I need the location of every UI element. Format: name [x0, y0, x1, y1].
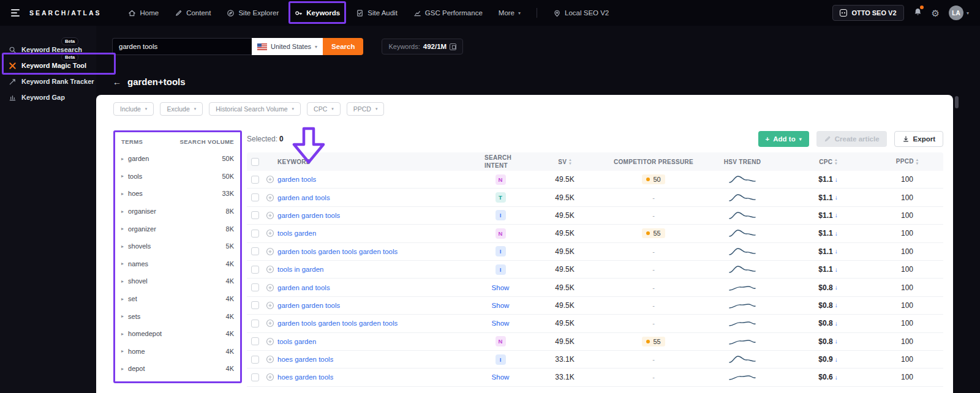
nav-site-audit[interactable]: Site Audit — [356, 9, 398, 17]
row-checkbox[interactable] — [251, 356, 259, 364]
term-row[interactable]: ▸ organiser 8K — [121, 203, 234, 220]
table-header: KEYWORD SEARCH INTENT SV▴▾ COMPETITOR PR… — [247, 152, 943, 171]
nav-site-explorer[interactable]: Site Explorer — [227, 9, 279, 17]
sv-value: 49.5K — [555, 229, 574, 238]
row-checkbox[interactable] — [251, 193, 259, 201]
nav-local-seo[interactable]: Local SEO V2 — [553, 9, 609, 17]
user-avatar[interactable]: LA ▾ — [949, 6, 969, 20]
add-keyword-icon[interactable] — [266, 229, 274, 238]
row-checkbox[interactable] — [251, 283, 259, 291]
term-row[interactable]: ▸ home 4K — [121, 343, 234, 361]
header-sv[interactable]: SV▴▾ — [522, 158, 608, 165]
row-checkbox[interactable] — [251, 247, 259, 255]
add-keyword-icon[interactable] — [266, 265, 274, 274]
add-keyword-icon[interactable] — [266, 337, 274, 346]
header-ppcd[interactable]: PPCD▴▾ — [871, 158, 943, 165]
nav-more[interactable]: More ▾ — [499, 9, 521, 17]
nav-keywords[interactable]: Keywords — [295, 9, 340, 17]
row-checkbox[interactable] — [251, 337, 259, 345]
info-icon[interactable] — [450, 43, 456, 50]
nav-gsc-performance[interactable]: GSC Performance — [413, 9, 483, 17]
keyword-link[interactable]: garden and tools — [277, 284, 330, 291]
pressure-number: 55 — [653, 338, 660, 345]
sidebar-item-keyword-magic-tool[interactable]: Keyword Magic Tool Beta — [0, 58, 96, 73]
scrollbar-thumb[interactable] — [955, 96, 959, 108]
term-row[interactable]: ▸ organizer 8K — [121, 220, 234, 238]
term-row[interactable]: ▸ depot 4K — [121, 360, 234, 378]
add-keyword-icon[interactable] — [266, 175, 274, 184]
row-checkbox[interactable] — [251, 266, 259, 274]
nav-home[interactable]: Home — [128, 9, 159, 17]
add-keyword-icon[interactable] — [266, 247, 274, 256]
notifications-bell-icon[interactable] — [913, 7, 922, 19]
pressure-empty: - — [652, 373, 655, 381]
pencil-icon — [824, 135, 831, 143]
filter-ppcd[interactable]: PPCD▾ — [347, 102, 385, 116]
term-volume: 33K — [222, 190, 234, 197]
expand-triangle-icon: ▸ — [121, 226, 124, 231]
sidebar-item-keyword-research[interactable]: Keyword Research Beta — [0, 42, 96, 58]
sidebar-item-keyword-rank-tracker[interactable]: Keyword Rank Tracker — [0, 73, 96, 89]
intent-badge: N — [496, 336, 506, 346]
keyword-link[interactable]: garden and tools — [277, 194, 330, 201]
filter-cpc[interactable]: CPC▾ — [307, 102, 341, 116]
create-article-button[interactable]: Create article — [816, 131, 887, 147]
term-row[interactable]: ▸ homedepot 4K — [121, 325, 234, 343]
term-row[interactable]: ▸ tools 50K — [121, 168, 234, 185]
back-arrow-icon[interactable]: ← — [113, 77, 121, 87]
keyword-link[interactable]: garden garden tools — [277, 212, 340, 219]
row-checkbox[interactable] — [251, 211, 259, 219]
add-keyword-icon[interactable] — [266, 355, 274, 364]
add-keyword-icon[interactable] — [266, 193, 274, 202]
menu-icon[interactable] — [11, 9, 22, 17]
add-keyword-icon[interactable] — [266, 283, 274, 292]
intent-badge[interactable]: Show — [492, 284, 510, 291]
add-keyword-icon[interactable] — [266, 301, 274, 310]
keyword-link[interactable]: hoes garden tools — [277, 356, 333, 363]
intent-badge[interactable]: Show — [492, 302, 510, 309]
add-keyword-icon[interactable] — [266, 319, 274, 328]
keyword-link[interactable]: tools in garden — [277, 266, 323, 273]
row-checkbox[interactable] — [251, 230, 259, 238]
add-keyword-icon[interactable] — [266, 211, 274, 220]
intent-badge[interactable]: Show — [492, 373, 510, 381]
select-all-checkbox[interactable] — [251, 158, 259, 166]
keyword-link[interactable]: tools garden — [277, 338, 316, 345]
add-keyword-icon[interactable] — [266, 373, 274, 381]
top-nav: SEARCH/ATLAS Home Content Site Explorer … — [0, 0, 980, 26]
row-checkbox[interactable] — [251, 176, 259, 184]
term-row[interactable]: ▸ shovels 5K — [121, 238, 234, 255]
add-to-button[interactable]: + Add to ▾ — [758, 131, 809, 147]
ppcd-value: 100 — [901, 175, 913, 184]
row-checkbox[interactable] — [251, 301, 259, 309]
keyword-link[interactable]: tools garden — [277, 230, 316, 237]
row-checkbox[interactable] — [251, 373, 259, 381]
filter-historical-search-volume[interactable]: Historical Search Volume▾ — [209, 102, 301, 116]
keyword-link[interactable]: garden tools — [277, 176, 316, 183]
otto-seo-button[interactable]: OTTO SEO V2 — [832, 5, 903, 21]
search-button[interactable]: Search — [323, 38, 363, 55]
row-checkbox[interactable] — [251, 320, 259, 328]
keyword-link[interactable]: garden tools garden tools garden tools — [277, 248, 398, 255]
term-volume: 8K — [226, 208, 234, 215]
pressure-empty: - — [652, 248, 655, 255]
keyword-link[interactable]: garden garden tools — [277, 302, 340, 309]
header-cpc[interactable]: CPC▴▾ — [785, 158, 871, 165]
term-row[interactable]: ▸ names 4K — [121, 255, 234, 273]
term-row[interactable]: ▸ set 4K — [121, 290, 234, 308]
term-row[interactable]: ▸ hoes 33K — [121, 185, 234, 203]
term-row[interactable]: ▸ garden 50K — [121, 150, 234, 168]
country-select[interactable]: United States ▾ — [252, 38, 323, 55]
settings-gear-icon[interactable]: ⚙ — [932, 9, 940, 18]
sidebar-item-keyword-gap[interactable]: Keyword Gap — [0, 89, 96, 105]
filter-exclude[interactable]: Exclude▾ — [160, 102, 203, 116]
term-row[interactable]: ▸ shovel 4K — [121, 272, 234, 290]
keyword-link[interactable]: hoes garden tools — [277, 373, 333, 381]
keyword-link[interactable]: garden tools garden tools garden tools — [277, 320, 398, 327]
term-row[interactable]: ▸ sets 4K — [121, 307, 234, 325]
export-button[interactable]: Export — [894, 131, 943, 147]
search-input[interactable] — [112, 38, 252, 55]
nav-content[interactable]: Content — [175, 9, 211, 17]
filter-include[interactable]: Include▾ — [113, 102, 154, 116]
intent-badge[interactable]: Show — [492, 320, 510, 327]
